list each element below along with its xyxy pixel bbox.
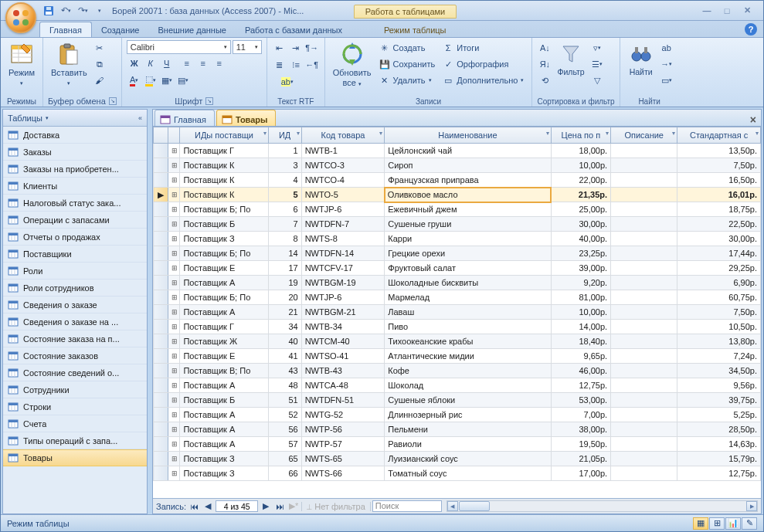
- row-selector[interactable]: [154, 173, 168, 188]
- row-selector[interactable]: [154, 246, 168, 261]
- design-view-btn[interactable]: ✎: [742, 517, 757, 530]
- table-row[interactable]: ⊞Поставщик А19NWTBGM-19Шоколадные бискви…: [154, 276, 761, 290]
- more-button[interactable]: ▭Дополнительно ▾: [440, 73, 527, 88]
- cell[interactable]: [611, 305, 677, 320]
- cell[interactable]: [611, 261, 677, 276]
- column-dropdown-icon[interactable]: ▾: [546, 130, 549, 137]
- expand-icon[interactable]: ⊞: [168, 246, 180, 261]
- cell[interactable]: Поставщик А: [180, 408, 268, 422]
- next-record-button[interactable]: ▶: [260, 500, 272, 513]
- row-selector[interactable]: [154, 217, 168, 232]
- cell[interactable]: NWTO-5: [301, 188, 385, 202]
- font-color-button[interactable]: A▾: [127, 73, 142, 88]
- cell[interactable]: [611, 422, 677, 437]
- expand-icon[interactable]: ⊞: [168, 202, 180, 217]
- column-dropdown-icon[interactable]: ▾: [379, 130, 382, 137]
- cell[interactable]: 19: [268, 276, 301, 290]
- cell[interactable]: 29,25р.: [677, 261, 761, 276]
- cell[interactable]: [611, 393, 677, 408]
- cell[interactable]: NWTCA-48: [301, 378, 385, 393]
- cell[interactable]: 1: [268, 144, 301, 158]
- bold-button[interactable]: Ж: [127, 56, 142, 71]
- cell[interactable]: Фруктовый салат: [385, 261, 551, 276]
- cell[interactable]: 21: [268, 305, 301, 320]
- cell[interactable]: 65: [268, 452, 301, 466]
- cell[interactable]: NWTCO-4: [301, 173, 385, 188]
- cell[interactable]: 10,50р.: [677, 320, 761, 334]
- cell[interactable]: 6: [268, 202, 301, 217]
- datasheet-view-btn[interactable]: ▦: [693, 517, 708, 530]
- save-icon[interactable]: [42, 5, 55, 17]
- cell[interactable]: Длиннозерный рис: [385, 408, 551, 422]
- column-dropdown-icon[interactable]: ▾: [606, 130, 609, 137]
- cell[interactable]: [611, 437, 677, 452]
- nav-pane-header[interactable]: Таблицы ▾ «: [3, 110, 147, 127]
- cell[interactable]: 81,00р.: [551, 290, 611, 305]
- column-header[interactable]: Код товара▾: [301, 127, 385, 144]
- cell[interactable]: 16,50р.: [677, 173, 761, 188]
- cell[interactable]: 53,00р.: [551, 393, 611, 408]
- cell[interactable]: Томатный соус: [385, 466, 551, 481]
- cell[interactable]: 9,20р.: [551, 276, 611, 290]
- nav-item[interactable]: Отчеты о продажах: [3, 229, 147, 246]
- row-selector[interactable]: [154, 349, 168, 364]
- cell[interactable]: [611, 334, 677, 349]
- cell[interactable]: 14,00р.: [551, 320, 611, 334]
- table-row[interactable]: ⊞Поставщик Б; По6NWTJP-6Ежевичный джем25…: [154, 202, 761, 217]
- nav-item[interactable]: Доставка: [3, 127, 147, 144]
- sort-desc-button[interactable]: Я↓: [537, 56, 552, 72]
- cell[interactable]: 17,44р.: [677, 246, 761, 261]
- cell[interactable]: Поставщик А: [180, 437, 268, 452]
- sort-asc-button[interactable]: A↓: [537, 40, 552, 56]
- cell[interactable]: 21,35р.: [551, 188, 611, 202]
- alt-fill-button[interactable]: ▤▾: [175, 73, 191, 88]
- cell[interactable]: Поставщик Б; По: [180, 290, 268, 305]
- nav-item[interactable]: Строки: [3, 398, 147, 415]
- doc-tab[interactable]: Товары: [216, 110, 277, 126]
- cell[interactable]: 10,00р.: [551, 158, 611, 173]
- undo-icon[interactable]: ↶▾: [59, 5, 72, 17]
- new-record-button[interactable]: ✳Создать: [376, 40, 439, 56]
- table-row[interactable]: ⊞Поставщик Б; По14NWTDFN-14Грецкие орехи…: [154, 246, 761, 261]
- cell[interactable]: Пиво: [385, 320, 551, 334]
- nav-item[interactable]: Сотрудники: [3, 381, 147, 398]
- row-selector[interactable]: [154, 452, 168, 466]
- row-selector[interactable]: [154, 364, 168, 378]
- cell[interactable]: Поставщик Б: [180, 393, 268, 408]
- select-button[interactable]: ▭▾: [659, 73, 674, 88]
- cell[interactable]: 14,63р.: [677, 437, 761, 452]
- cell[interactable]: 17,00р.: [551, 466, 611, 481]
- cell[interactable]: NWTCFV-17: [301, 261, 385, 276]
- cell[interactable]: Луизианский соус: [385, 452, 551, 466]
- maximize-button[interactable]: □: [718, 5, 735, 17]
- row-selector[interactable]: [154, 305, 168, 320]
- cell[interactable]: [611, 173, 677, 188]
- cell[interactable]: Французская приправа: [385, 173, 551, 188]
- expand-icon[interactable]: ⊞: [168, 364, 180, 378]
- column-header[interactable]: Описание▾: [611, 127, 677, 144]
- cell[interactable]: 7: [268, 217, 301, 232]
- cell[interactable]: 40,00р.: [551, 232, 611, 246]
- cell[interactable]: 15,79р.: [677, 452, 761, 466]
- align-center-button[interactable]: ≡: [195, 56, 211, 71]
- cell[interactable]: Поставщик Г: [180, 144, 268, 158]
- first-record-button[interactable]: ⏮: [188, 500, 200, 513]
- cell[interactable]: NWTBGM-19: [301, 276, 385, 290]
- align-right-button[interactable]: ≡: [212, 56, 227, 71]
- nav-item[interactable]: Роли сотрудников: [3, 280, 147, 296]
- row-selector[interactable]: [154, 276, 168, 290]
- cell[interactable]: NWTP-56: [301, 422, 385, 437]
- cell[interactable]: 22,00р.: [551, 173, 611, 188]
- cell[interactable]: Ежевичный джем: [385, 202, 551, 217]
- highlight-button[interactable]: ab▾: [272, 74, 303, 90]
- cell[interactable]: [611, 364, 677, 378]
- row-selector[interactable]: [154, 408, 168, 422]
- italic-button[interactable]: К: [143, 56, 158, 71]
- cell[interactable]: 22,50р.: [677, 217, 761, 232]
- cell[interactable]: NWTSO-41: [301, 349, 385, 364]
- cell[interactable]: 12,75р.: [551, 378, 611, 393]
- cell[interactable]: Шоколад: [385, 378, 551, 393]
- nav-item[interactable]: Заказы: [3, 144, 147, 161]
- cell[interactable]: 9,65р.: [551, 349, 611, 364]
- row-selector[interactable]: [154, 290, 168, 305]
